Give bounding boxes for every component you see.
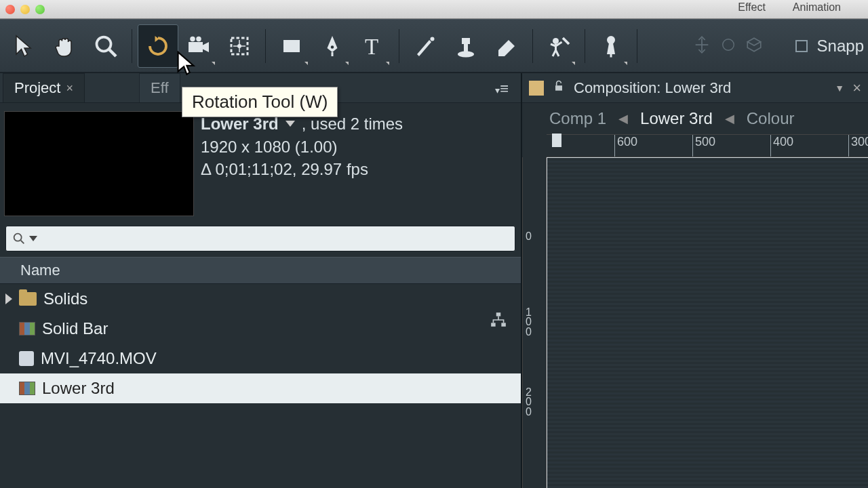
svg-rect-25	[501, 323, 506, 326]
chevron-left-icon[interactable]: ◀	[618, 111, 628, 126]
folder-icon	[19, 292, 37, 306]
rectangle-tool[interactable]	[271, 24, 312, 68]
panel-menu-button[interactable]: ▾≡	[495, 80, 507, 98]
pan-behind-tool[interactable]	[219, 24, 260, 68]
traffic-zoom[interactable]	[35, 5, 45, 14]
search-icon	[12, 231, 26, 246]
project-item-folder[interactable]: Solids	[0, 284, 521, 314]
movie-file-icon	[19, 351, 34, 366]
svg-point-16	[458, 51, 474, 57]
ruler-tick: 0	[526, 232, 532, 241]
tab-project[interactable]: Project ×	[3, 73, 85, 102]
svg-rect-9	[283, 40, 300, 52]
composition-metadata: Lower 3rd , used 2 times 1920 x 1080 (1.…	[198, 107, 406, 220]
project-item-comp-selected[interactable]: Lower 3rd	[0, 373, 521, 403]
project-item-comp[interactable]: Solid Bar	[0, 314, 521, 344]
svg-rect-24	[491, 323, 496, 326]
lock-icon[interactable]	[552, 79, 566, 97]
ruler-vertical[interactable]: 0 1 0 0 2 0 0	[522, 157, 547, 488]
ruler-origin-marker[interactable]	[547, 134, 567, 159]
svg-point-10	[331, 45, 334, 49]
text-tool[interactable]: T	[353, 24, 393, 68]
svg-text:T: T	[365, 35, 378, 58]
menu-animation[interactable]: Animation	[793, 1, 841, 14]
svg-point-20	[722, 39, 734, 50]
puppet-pin-tool[interactable]	[591, 24, 631, 68]
composition-canvas[interactable]	[547, 157, 868, 488]
composition-viewer-panel: Composition: Lower 3rd ▼ × Comp 1 ◀ Lowe…	[522, 73, 868, 488]
ruler-tick: 600	[614, 135, 637, 157]
tab-effects[interactable]: Eff	[139, 73, 180, 102]
pen-tool[interactable]	[312, 24, 353, 68]
svg-point-3	[190, 36, 195, 41]
disclosure-triangle-icon[interactable]	[5, 293, 12, 304]
breadcrumb-item[interactable]: Colour	[747, 109, 795, 128]
svg-point-18	[607, 36, 615, 44]
brush-tool[interactable]	[405, 24, 446, 68]
svg-point-13	[431, 37, 435, 41]
composition-thumbnail	[4, 111, 194, 216]
breadcrumb-item-active[interactable]: Lower 3rd	[640, 109, 713, 128]
zoom-tool[interactable]	[85, 24, 126, 68]
traffic-close[interactable]	[5, 5, 15, 14]
svg-rect-26	[555, 85, 562, 91]
chevron-left-icon[interactable]: ◀	[725, 111, 734, 126]
composition-icon	[19, 382, 35, 395]
chevron-down-icon[interactable]	[285, 121, 295, 127]
ruler-tick: 2 0 0	[526, 388, 532, 417]
ruler-horizontal[interactable]: 600 500 400 300	[547, 134, 868, 157]
close-icon[interactable]: ×	[852, 79, 861, 97]
composition-breadcrumb: Comp 1 ◀ Lower 3rd ◀ Colour	[522, 103, 868, 134]
hand-tool[interactable]	[45, 24, 85, 68]
ruler-tick: 1 0 0	[526, 308, 532, 337]
svg-point-17	[553, 38, 559, 44]
composition-title: Composition: Lower 3rd	[574, 79, 827, 97]
ruler-tick: 400	[770, 135, 793, 157]
tooltip-rotation-tool: Rotation Tool (W)	[182, 87, 338, 117]
svg-point-21	[14, 234, 22, 241]
project-search-input[interactable]	[5, 226, 515, 251]
snap-view-icon[interactable]	[745, 36, 763, 56]
menu-effect[interactable]: Effect	[738, 1, 766, 14]
snapping-checkbox[interactable]	[795, 40, 808, 52]
project-item-footage[interactable]: MVI_4740.MOV	[0, 344, 521, 373]
selection-tool[interactable]	[4, 24, 45, 68]
composition-icon	[19, 322, 35, 336]
ruler-tick: 300	[848, 135, 868, 157]
svg-rect-2	[189, 42, 203, 52]
main-toolbar: T Snapp	[0, 19, 868, 73]
svg-point-0	[97, 37, 111, 51]
camera-tool[interactable]	[178, 24, 219, 68]
eraser-tool[interactable]	[486, 24, 527, 68]
svg-point-4	[196, 36, 201, 41]
snapping-label: Snapp	[817, 37, 864, 56]
snap-world-icon[interactable]	[721, 37, 736, 55]
close-icon[interactable]: ×	[66, 81, 73, 96]
svg-line-22	[21, 241, 24, 244]
chevron-down-icon[interactable]	[29, 236, 37, 241]
composition-color-chip[interactable]	[529, 81, 544, 96]
top-menubar: Effect Animation	[738, 1, 841, 14]
chevron-down-icon[interactable]: ▼	[835, 83, 844, 94]
roto-brush-tool[interactable]	[538, 24, 579, 68]
ruler-tick: 500	[692, 135, 715, 157]
traffic-minimize[interactable]	[20, 5, 30, 14]
project-item-list: Solids Solid Bar MVI_4740.MOV Lower 3rd …	[0, 284, 521, 488]
svg-rect-15	[464, 44, 468, 52]
mac-window-chrome: Effect Animation	[0, 0, 868, 19]
svg-rect-14	[462, 38, 470, 44]
clone-stamp-tool[interactable]	[446, 24, 486, 68]
svg-rect-23	[496, 312, 501, 316]
breadcrumb-item[interactable]: Comp 1	[549, 109, 606, 128]
flowchart-icon[interactable]	[490, 311, 507, 331]
rotation-tool[interactable]	[138, 24, 178, 68]
axis-icon[interactable]	[692, 35, 711, 57]
project-panel: Project × Eff ▾≡ Lower 3rd , used 2 time…	[0, 73, 522, 488]
svg-line-1	[109, 49, 117, 56]
column-header-name[interactable]: Name	[0, 257, 521, 284]
